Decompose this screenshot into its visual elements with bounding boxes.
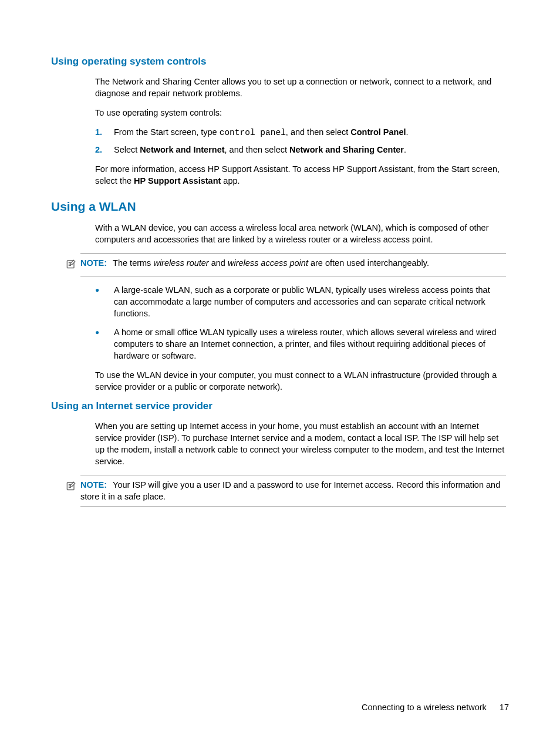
wlan-intro: With a WLAN device, you can access a wir… [95, 222, 506, 245]
text: The terms [113, 258, 153, 268]
list-marker: 2. [95, 144, 114, 156]
note-label: NOTE: [80, 480, 107, 490]
text: , and then select [225, 145, 289, 154]
footer-section: Connecting to a wireless network [362, 703, 487, 712]
wlan-bullet-list: ● A large-scale WLAN, such as a corporat… [95, 284, 506, 362]
bullet-marker: ● [95, 284, 114, 319]
heading-isp: Using an Internet service provider [51, 400, 509, 412]
bold-text: Network and Internet [140, 145, 224, 154]
italic-text: wireless router [153, 258, 208, 268]
bold-text: Control Panel [350, 127, 406, 137]
isp-intro: When you are setting up Internet access … [95, 420, 506, 467]
os-more-info: For more information, access HP Support … [95, 163, 506, 187]
italic-text: wireless access point [228, 258, 308, 268]
note-content: NOTE:Your ISP will give you a user ID an… [80, 479, 506, 502]
os-step-2-content: Select Network and Internet, and then se… [114, 144, 506, 156]
os-to-use: To use operating system controls: [95, 107, 506, 119]
bullet-content: A large-scale WLAN, such as a corporate … [114, 284, 506, 319]
page-footer: Connecting to a wireless network 17 [362, 703, 509, 712]
wlan-note: NOTE:The terms wireless router and wirel… [80, 253, 506, 276]
text: Select [114, 145, 140, 154]
wlan-body: With a WLAN device, you can access a wir… [95, 222, 506, 245]
os-step-1-content: From the Start screen, type control pane… [114, 126, 506, 139]
list-marker: 1. [95, 126, 114, 139]
isp-note: NOTE:Your ISP will give you a user ID an… [80, 475, 506, 507]
heading-os-controls: Using operating system controls [51, 56, 509, 67]
text: . [404, 145, 406, 154]
os-steps-list: 1. From the Start screen, type control p… [95, 126, 506, 156]
os-intro: The Network and Sharing Center allows yo… [95, 76, 506, 99]
page-number: 17 [500, 703, 509, 712]
os-controls-body: The Network and Sharing Center allows yo… [95, 76, 506, 187]
text: are often used interchangeably. [308, 258, 429, 268]
heading-using-wlan: Using a WLAN [51, 200, 509, 214]
bullet-item: ● A home or small office WLAN typically … [95, 326, 506, 362]
bullet-marker: ● [95, 326, 114, 362]
note-label: NOTE: [80, 258, 107, 268]
os-step-2: 2. Select Network and Internet, and then… [95, 144, 506, 156]
os-step-1: 1. From the Start screen, type control p… [95, 126, 506, 139]
bullet-content: A home or small office WLAN typically us… [114, 326, 506, 362]
note-icon [65, 479, 80, 494]
wlan-closing-block: To use the WLAN device in your computer,… [95, 369, 506, 393]
text: , and then select [286, 127, 350, 137]
text: From the Start screen, type [114, 127, 220, 137]
bullet-item: ● A large-scale WLAN, such as a corporat… [95, 284, 506, 319]
text: app. [221, 176, 239, 185]
note-icon [65, 257, 80, 272]
text: and [209, 258, 228, 268]
text: . [406, 127, 409, 137]
wlan-closing: To use the WLAN device in your computer,… [95, 369, 506, 393]
isp-body: When you are setting up Internet access … [95, 420, 506, 467]
code-text: control panel [220, 128, 286, 137]
text: Your ISP will give you a user ID and a p… [80, 480, 500, 501]
bold-text: HP Support Assistant [134, 176, 221, 185]
bold-text: Network and Sharing Center [289, 145, 404, 154]
note-content: NOTE:The terms wireless router and wirel… [80, 257, 506, 269]
